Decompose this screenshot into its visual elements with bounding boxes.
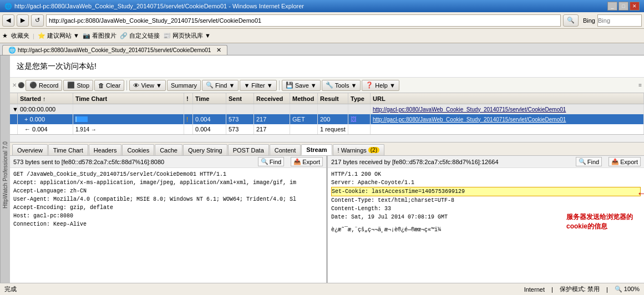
td-type: 🖼	[348, 114, 371, 124]
bing-search-input[interactable]	[597, 14, 642, 27]
request-useragent: User-Agent: Mozilla/4.0 (compatible; MSI…	[13, 195, 323, 204]
td-timechart	[73, 104, 184, 114]
th-timechart[interactable]: Time Chart	[73, 93, 184, 104]
minimize-button[interactable]: _	[607, 2, 617, 11]
bookmark-custom[interactable]: 🔗 自定义链接	[120, 32, 160, 40]
bookmarks-label[interactable]: 收藏夹	[11, 32, 29, 40]
expand-icon[interactable]: ▼	[10, 104, 18, 114]
bookmarks-icon: ★	[2, 32, 8, 39]
th-url[interactable]: URL	[371, 93, 644, 104]
td-timechart: 1.914 →	[73, 124, 184, 134]
td-url[interactable]: http://gacl-pc:8080/JavaWeb_Cookie_Study…	[371, 114, 644, 124]
request-table: Started ↑ Time Chart ! Time Sent Receive…	[10, 93, 644, 135]
th-time[interactable]: Time	[193, 93, 226, 104]
separator-1: |	[33, 33, 34, 39]
tab-querystring[interactable]: Query String	[183, 144, 227, 155]
table-row[interactable]: + 0.000 ! 0.004 573 217 GET 200 🖼 http:/…	[10, 114, 644, 124]
annotation-arrow-icon: ←	[638, 186, 644, 201]
right-panel: 217 bytes received by [fe80::d578:2ca7:c…	[328, 156, 644, 295]
cookie-annotation: 服务器发送给浏览器的cookie的信息	[566, 212, 633, 231]
th-sent[interactable]: Sent	[226, 93, 254, 104]
page-tab[interactable]: 🌐 http://gacl-pc:8080/JavaWeb_Cookie_Stu…	[2, 45, 227, 55]
table-row: ← 0.004 1.914 → 0.004 573 217 1 request	[10, 124, 644, 134]
tab-stream[interactable]: Stream	[301, 144, 332, 155]
td-received: 217	[254, 124, 290, 134]
find-button[interactable]: 🔍 Find ▼	[202, 80, 239, 91]
page-tab-close[interactable]: ✕	[216, 47, 221, 53]
table-header: Started ↑ Time Chart ! Time Sent Receive…	[10, 93, 644, 104]
th-method[interactable]: Method	[290, 93, 318, 104]
th-received[interactable]: Received	[254, 93, 290, 104]
table-row[interactable]: ▼ 00:00:00.000 http://gacl-pc:8080/JavaW…	[10, 104, 644, 114]
tab-headers[interactable]: Headers	[89, 144, 122, 155]
tab-content[interactable]: Content	[270, 144, 301, 155]
horizontal-scrollbar[interactable]	[10, 135, 644, 143]
left-export-button[interactable]: 📤 Export	[291, 157, 323, 166]
toolbar-separator-1	[126, 80, 127, 90]
save-button[interactable]: 💾 Save ▼	[282, 80, 321, 91]
tab-postdata[interactable]: POST Data	[228, 144, 269, 155]
back-button[interactable]: ◀	[2, 14, 14, 27]
td-started: ← 0.004	[18, 124, 73, 134]
td-result: 1 request	[318, 124, 348, 134]
content-area: 这是您第一次访问本站! ✕ ⚫ ⚫ Record ⬛ Stop 🗑 Clear …	[10, 55, 644, 295]
hw-sidebar-label: HttpWatch Professional 7.0	[2, 142, 8, 209]
bottom-tabs: Overview Time Chart Headers Cookies Cach…	[10, 143, 644, 156]
left-panel-content: GET /JavaWeb_Cookie_Study_20140715/servl…	[10, 168, 326, 295]
bookmark-images[interactable]: 📷 看图搜片	[83, 32, 116, 40]
status-text: 完成	[4, 285, 17, 293]
record-icon: ⚫	[29, 82, 37, 89]
td-result	[318, 104, 348, 114]
maximize-button[interactable]: □	[618, 2, 628, 11]
record-button[interactable]: ⚫ Record	[26, 80, 62, 91]
export-icon: 📤	[611, 158, 619, 165]
hw-sidebar: HttpWatch Professional 7.0	[0, 55, 10, 295]
td-sent	[226, 104, 254, 114]
right-panel-header: 217 bytes received by [fe80::d578:2ca7:c…	[328, 156, 644, 168]
filter-button[interactable]: ▼ Filter ▼	[240, 80, 276, 91]
td-received	[254, 104, 290, 114]
td-started: + 0.000	[18, 114, 73, 124]
td-url[interactable]: http://gacl-pc:8080/JavaWeb_Cookie_Study…	[371, 104, 644, 114]
tab-cache[interactable]: Cache	[155, 144, 182, 155]
view-button[interactable]: 👁 View ▼	[129, 80, 166, 91]
td-bang	[184, 104, 193, 114]
th-type[interactable]: Type	[348, 93, 371, 104]
clear-icon: 🗑	[98, 82, 104, 89]
tab-timechart[interactable]: Time Chart	[48, 144, 88, 155]
hw-expand-icon[interactable]: ≡	[638, 82, 642, 88]
left-panel: 573 bytes sent to [fe80::d578:2ca7:c5fc:…	[10, 156, 328, 295]
tab-cookies[interactable]: Cookies	[122, 144, 154, 155]
zoom-level[interactable]: 🔍 100%	[615, 286, 640, 293]
nav-bar: ◀ ▶ ↺ 🔍 Bing	[0, 12, 644, 29]
tab-overview[interactable]: Overview	[12, 144, 48, 155]
stop-button[interactable]: ⬛ Stop	[63, 80, 93, 91]
hw-x-icon: ✕	[12, 82, 17, 88]
td-method: GET	[290, 114, 318, 124]
tools-button[interactable]: 🔧 Tools ▼	[322, 80, 361, 91]
th-started[interactable]: Started ↑	[18, 93, 73, 104]
bookmark-suggestions[interactable]: ⭐ 建议网站 ▼	[38, 32, 79, 40]
th-expand	[10, 93, 18, 104]
bookmark-feeds[interactable]: 📰 网页快讯库 ▼	[163, 32, 211, 40]
right-find-button[interactable]: 🔍 Find	[576, 157, 602, 166]
hw-dot-icon: ⚫	[18, 82, 24, 88]
response-server: Server: Apache-Coyote/1.1	[331, 179, 641, 187]
address-bar[interactable]	[46, 14, 561, 27]
search-button[interactable]: 🔍	[563, 14, 579, 27]
forward-button[interactable]: ▶	[17, 14, 29, 27]
tab-warnings[interactable]: ! Warnings (2)	[333, 144, 384, 155]
th-result[interactable]: Result	[318, 93, 348, 104]
right-export-button[interactable]: 📤 Export	[608, 157, 641, 166]
help-button[interactable]: ❓ Help ▼	[362, 80, 399, 91]
page-text: 这是您第一次访问本站!	[17, 62, 97, 72]
split-panels: 573 bytes sent to [fe80::d578:2ca7:c5fc:…	[10, 156, 644, 295]
left-find-button[interactable]: 🔍 Find	[258, 157, 284, 166]
summary-button[interactable]: Summary	[167, 80, 201, 91]
td-time: 0.004	[193, 124, 226, 134]
close-button[interactable]: ✕	[630, 2, 640, 11]
refresh-button[interactable]: ↺	[31, 14, 44, 27]
request-connection: Connection: Keep-Alive	[13, 220, 323, 228]
td-received: 217	[254, 114, 290, 124]
clear-button[interactable]: 🗑 Clear	[94, 80, 124, 91]
